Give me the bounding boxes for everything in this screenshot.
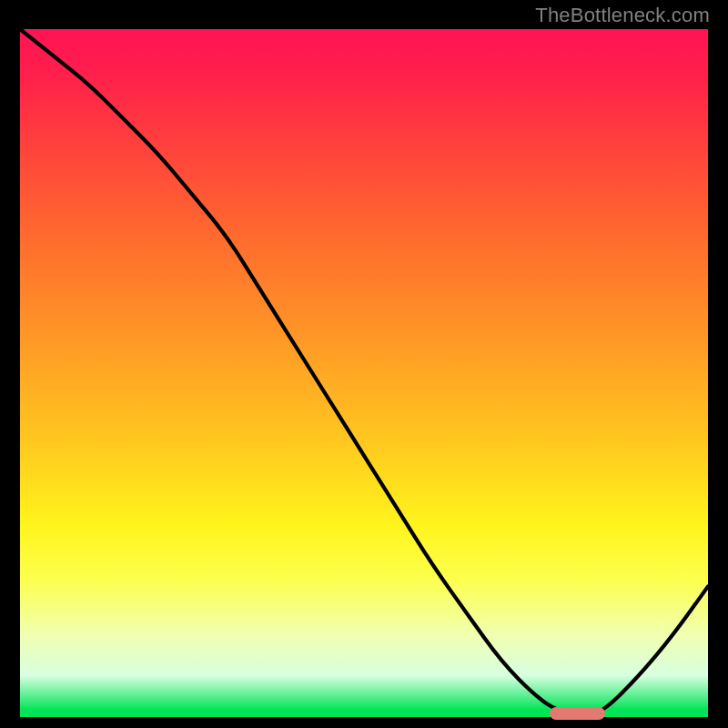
bottleneck-curve-path bbox=[20, 29, 708, 715]
chart-plot-area bbox=[16, 25, 712, 721]
watermark-text: TheBottleneck.com bbox=[535, 4, 710, 27]
bottleneck-curve-svg bbox=[20, 29, 708, 717]
optimal-range-marker bbox=[550, 707, 604, 720]
